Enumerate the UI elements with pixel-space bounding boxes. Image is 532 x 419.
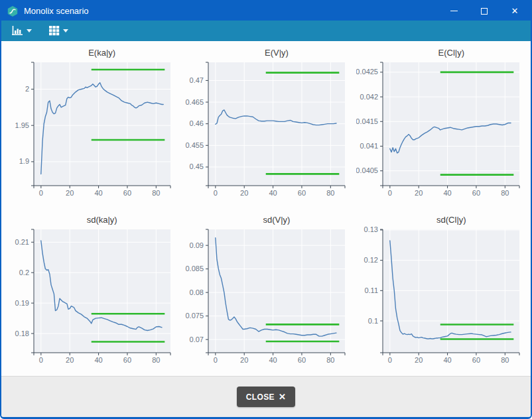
chart-e-cl: 0.04050.0410.04150.0420.0425020406080 (356, 59, 525, 201)
svg-text:0.47: 0.47 (190, 76, 204, 84)
svg-text:40: 40 (94, 189, 102, 197)
chart-e-v: 0.450.4550.460.4650.47020406080 (182, 59, 350, 201)
svg-text:80: 80 (326, 189, 334, 197)
svg-text:0.11: 0.11 (365, 286, 379, 294)
chart-title: sd(ka|y) (7, 215, 176, 225)
svg-text:20: 20 (240, 189, 248, 197)
svg-text:40: 40 (269, 356, 277, 364)
svg-text:80: 80 (501, 189, 509, 197)
titlebar: Monolix scenario ✕ (1, 1, 531, 21)
svg-text:40: 40 (444, 356, 452, 364)
svg-text:0.2: 0.2 (19, 268, 29, 276)
chart-title: E(V|y) (182, 48, 350, 58)
svg-text:0.09: 0.09 (190, 241, 204, 249)
svg-text:0.075: 0.075 (185, 312, 204, 320)
chart-title: sd(Cl|y) (356, 215, 525, 225)
svg-text:60: 60 (298, 189, 306, 197)
svg-text:80: 80 (501, 356, 509, 364)
svg-text:20: 20 (415, 189, 423, 197)
minimize-button[interactable] (443, 3, 464, 19)
svg-text:20: 20 (240, 356, 248, 364)
toolbar (1, 21, 531, 41)
svg-text:20: 20 (415, 356, 423, 364)
chart-title: E(Cl|y) (356, 48, 525, 58)
svg-text:2: 2 (25, 85, 29, 93)
svg-text:80: 80 (152, 356, 160, 364)
svg-text:60: 60 (123, 189, 131, 197)
chart-cell-sd-ka: sd(ka|y) 0.180.190.20.21020406080 (4, 215, 178, 377)
svg-text:0: 0 (38, 189, 42, 197)
close-window-button[interactable]: ✕ (504, 3, 525, 19)
svg-text:0: 0 (388, 189, 392, 197)
svg-text:0: 0 (388, 356, 392, 364)
chart-title: E(ka|y) (7, 48, 176, 58)
svg-text:0.465: 0.465 (185, 98, 204, 106)
chevron-down-icon (27, 29, 32, 32)
svg-text:0.18: 0.18 (15, 329, 29, 337)
svg-text:40: 40 (94, 356, 102, 364)
svg-text:20: 20 (66, 189, 74, 197)
svg-text:80: 80 (326, 356, 334, 364)
chart-cell-e-v: E(V|y) 0.450.4550.460.4650.47020406080 (178, 48, 353, 210)
svg-text:0.0415: 0.0415 (356, 117, 378, 125)
chart-sd-v: 0.070.0750.080.0850.09020406080 (182, 226, 350, 368)
svg-text:0.19: 0.19 (15, 298, 29, 306)
layout-grid-dropdown-button[interactable] (45, 23, 72, 38)
svg-text:0: 0 (214, 356, 218, 364)
svg-text:0.07: 0.07 (190, 335, 204, 343)
svg-text:0.13: 0.13 (364, 226, 378, 233)
svg-text:0: 0 (214, 189, 218, 197)
svg-text:60: 60 (472, 356, 480, 364)
svg-text:0.46: 0.46 (190, 119, 204, 127)
monolix-scenario-window: Monolix scenario ✕ (0, 0, 532, 419)
svg-text:0.041: 0.041 (360, 142, 379, 150)
footer: CLOSE ✕ (1, 376, 531, 417)
svg-text:0.08: 0.08 (190, 288, 204, 296)
bar-chart-icon (12, 26, 23, 36)
window-title: Monolix scenario (24, 6, 443, 16)
grid-icon (49, 26, 60, 36)
close-x-icon: ✕ (279, 392, 286, 402)
svg-text:0.0425: 0.0425 (356, 68, 378, 76)
svg-text:0: 0 (38, 356, 42, 364)
svg-text:0.042: 0.042 (360, 93, 379, 101)
chart-sd-ka: 0.180.190.20.21020406080 (7, 226, 176, 368)
maximize-icon (481, 8, 488, 15)
monolix-logo-icon (7, 5, 19, 17)
svg-text:40: 40 (444, 189, 452, 197)
svg-text:40: 40 (269, 189, 277, 197)
svg-text:0.455: 0.455 (185, 141, 204, 149)
charts-grid: E(ka|y) 1.91.952020406080 E(V|y) 0.450.4… (1, 41, 531, 376)
svg-text:20: 20 (66, 356, 74, 364)
minimize-icon (450, 11, 458, 11)
chart-e-ka: 1.91.952020406080 (7, 59, 176, 201)
svg-text:60: 60 (298, 356, 306, 364)
svg-text:0.1: 0.1 (368, 316, 378, 324)
svg-text:80: 80 (152, 189, 160, 197)
chart-type-dropdown-button[interactable] (8, 23, 36, 38)
svg-text:0.45: 0.45 (190, 162, 204, 170)
svg-text:0.21: 0.21 (15, 237, 29, 245)
close-button[interactable]: CLOSE ✕ (237, 387, 296, 407)
svg-text:0.0405: 0.0405 (356, 166, 378, 174)
close-icon: ✕ (511, 7, 519, 15)
svg-text:0.085: 0.085 (185, 265, 204, 272)
svg-text:1.95: 1.95 (15, 121, 29, 129)
chevron-down-icon (63, 29, 68, 32)
svg-text:60: 60 (472, 189, 480, 197)
chart-sd-cl: 0.10.110.120.13020406080 (356, 226, 525, 368)
close-button-label: CLOSE (246, 392, 275, 402)
chart-title: sd(V|y) (182, 215, 350, 225)
chart-cell-e-ka: E(ka|y) 1.91.952020406080 (4, 48, 178, 210)
maximize-button[interactable] (474, 3, 495, 19)
svg-text:0.12: 0.12 (364, 256, 378, 264)
chart-cell-sd-cl: sd(Cl|y) 0.10.110.120.13020406080 (354, 215, 528, 377)
chart-cell-sd-v: sd(V|y) 0.070.0750.080.0850.09020406080 (178, 215, 353, 377)
chart-cell-e-cl: E(Cl|y) 0.04050.0410.04150.0420.04250204… (354, 48, 528, 210)
svg-text:1.9: 1.9 (19, 157, 29, 165)
svg-text:60: 60 (123, 356, 131, 364)
